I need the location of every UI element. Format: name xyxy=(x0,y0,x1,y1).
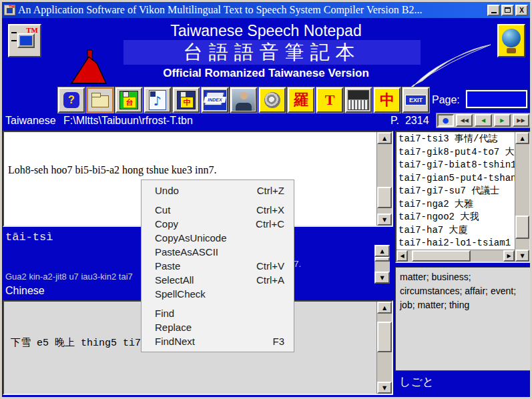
list-item[interactable]: tai7-tsi3 事情/代誌 xyxy=(398,133,513,146)
close-button[interactable]: X xyxy=(515,5,528,16)
menu-item-select-all[interactable]: SelectAllCtrl+A xyxy=(142,273,294,287)
music-note-icon: ♪ xyxy=(149,90,166,110)
scroll-down-icon[interactable]: ▼ xyxy=(515,250,529,262)
menu-item-spellcheck[interactable]: SpellCheck xyxy=(142,287,294,301)
play-music-button[interactable]: ♪ xyxy=(144,87,171,113)
index-icon: INDEX xyxy=(204,90,226,110)
help-icon: ? xyxy=(63,92,79,108)
scroll-thumb[interactable] xyxy=(377,187,392,208)
globe-button[interactable] xyxy=(497,24,525,57)
menu-item-copy[interactable]: CopyCtrl+C xyxy=(142,217,294,231)
speaker-photo-button[interactable] xyxy=(230,87,257,113)
scroll-right-icon[interactable]: ▶ xyxy=(503,250,515,262)
keyboard-button[interactable] xyxy=(345,87,372,113)
text-icon: T xyxy=(325,91,335,109)
app-title-chinese: 台語語音筆記本 xyxy=(123,40,421,65)
list-item[interactable]: tai7-gian5-put4-tshan5 xyxy=(398,172,513,185)
list-item[interactable]: tai7-gik8-put4-to7 大逆 xyxy=(398,146,513,159)
client-area: TM An Application Software of Vikon Mult… xyxy=(2,2,530,397)
open-file-button[interactable] xyxy=(87,87,113,113)
chinese-mode-button[interactable]: 中 xyxy=(374,87,401,113)
application-window: TM An Application Software of Vikon Mult… xyxy=(0,0,532,399)
next-page-button[interactable]: ▶ xyxy=(494,114,511,127)
list-item[interactable]: tai7-gi7-biat8-tshin1 xyxy=(398,159,513,172)
globe-icon xyxy=(502,29,521,47)
maximize-icon xyxy=(505,7,511,13)
menu-item-paste[interactable]: PasteCtrl+V xyxy=(142,259,294,273)
scroll-left-icon[interactable]: ◀ xyxy=(396,250,408,262)
red-house-icon xyxy=(67,49,117,86)
app-icon[interactable]: TM xyxy=(4,5,15,15)
menu-item-undo[interactable]: UndoCtrl+Z xyxy=(142,183,294,197)
definition-panel: matter; business; circumstances; affair;… xyxy=(395,267,530,371)
page-nav-panel: ● ◀◀ ◀ ▶ ▶▶ xyxy=(436,113,530,128)
exit-icon: EXIT xyxy=(405,95,427,105)
list-item[interactable]: tai7-gi7-su7 代議士 xyxy=(398,185,513,198)
minimize-button[interactable] xyxy=(487,5,500,16)
menu-item-copy-as-unicode[interactable]: CopyAsUnicode xyxy=(142,231,294,245)
save-chinese-button[interactable]: 中 xyxy=(173,87,200,113)
minimize-icon xyxy=(491,12,497,13)
romanized-button[interactable]: 羅 xyxy=(288,87,314,113)
page-label: Page: xyxy=(432,94,460,106)
first-page-button[interactable]: ◀◀ xyxy=(456,114,473,127)
window-title: An Application Software of Vikon Multili… xyxy=(18,4,486,16)
lookup-headword: tāi-tsì xyxy=(5,231,53,244)
editor-scrollbar[interactable]: ▲ ▼ xyxy=(376,132,392,226)
keyboard-icon xyxy=(348,90,369,110)
chinese-scrollbar[interactable]: ▲ ▼ xyxy=(376,302,392,394)
scroll-down-icon[interactable]: ▼ xyxy=(374,272,390,284)
menu-item-paste-as-ascii[interactable]: PasteAsASCII xyxy=(142,245,294,259)
person-portrait-icon xyxy=(232,89,255,111)
scroll-up-icon[interactable]: ▲ xyxy=(377,302,392,314)
scroll-up-icon[interactable]: ▲ xyxy=(377,132,392,144)
page-indicator: P. 2314 xyxy=(390,115,429,127)
menu-item-cut[interactable]: CutCtrl+X xyxy=(142,203,294,217)
app-title: Taiwanese Speech Notepad xyxy=(2,22,530,40)
menu-separator xyxy=(142,301,294,306)
scroll-up-icon[interactable]: ▲ xyxy=(374,245,390,257)
exit-button[interactable]: EXIT xyxy=(403,87,429,113)
prev-page-button[interactable]: ◀ xyxy=(475,114,491,127)
list-item[interactable]: tai7-ngoo2 大我 xyxy=(398,211,513,224)
save-taiwanese-button[interactable]: 台 xyxy=(115,87,142,113)
index-button[interactable]: INDEX xyxy=(202,87,228,113)
menu-item-find-next[interactable]: FindNextF3 xyxy=(142,334,294,348)
language-label: Taiwanese xyxy=(5,115,56,127)
menu-separator xyxy=(142,197,294,203)
help-button[interactable]: ? xyxy=(58,87,85,113)
page-input[interactable] xyxy=(466,90,527,108)
text-line: Loh8-seh hoo7 bi5-bi5-a2 hong tshue kue3… xyxy=(8,163,372,177)
titlebar[interactable]: TM An Application Software of Vikon Mult… xyxy=(2,2,530,18)
close-icon: X xyxy=(519,7,524,14)
chinese-label: Chinese xyxy=(5,285,45,297)
file-path: F:\Mltts\Taibuun\rfrost-T.tbn xyxy=(63,115,193,127)
romanized-icon: 羅 xyxy=(294,90,308,110)
scroll-thumb[interactable] xyxy=(377,322,392,352)
japanese-gloss: しごと xyxy=(399,374,434,390)
lookup-scrollbar[interactable]: ▲ ▼ xyxy=(374,245,390,284)
maximize-button[interactable] xyxy=(501,5,514,16)
scroll-down-icon[interactable]: ▼ xyxy=(377,382,392,394)
chinese-floppy-icon: 中 xyxy=(177,91,196,109)
speaker-icon xyxy=(264,92,280,108)
scroll-thumb[interactable] xyxy=(412,250,471,262)
list-item[interactable]: tai7-nga2 大雅 xyxy=(398,198,513,212)
dictionary-word-list[interactable]: tai7-tsi3 事情/代誌 tai7-gik8-put4-to7 大逆 ta… xyxy=(395,131,530,263)
list-item[interactable]: tai7-hai2-lo1-tsiam1 - xyxy=(398,237,513,250)
list-item[interactable]: tai7-ha7 大廈 xyxy=(398,224,513,238)
speak-button[interactable] xyxy=(259,87,286,113)
word-list-vscrollbar[interactable]: ▲ ▼ xyxy=(515,132,529,262)
scroll-up-icon[interactable]: ▲ xyxy=(515,132,529,144)
context-menu: UndoCtrl+Z CutCtrl+X CopyCtrl+C CopyAsUn… xyxy=(141,179,294,352)
menu-item-replace[interactable]: Replace xyxy=(142,320,294,334)
text-mode-button[interactable]: T xyxy=(316,87,343,113)
menu-item-find[interactable]: Find xyxy=(142,306,294,320)
scroll-down-icon[interactable]: ▼ xyxy=(377,214,392,226)
scroll-thumb[interactable] xyxy=(515,216,529,239)
last-page-button[interactable]: ▶▶ xyxy=(513,114,529,127)
record-button[interactable]: ● xyxy=(437,114,454,127)
word-list-hscrollbar[interactable]: ◀ ▶ xyxy=(396,250,515,262)
feather-icon xyxy=(409,41,496,89)
scroll-thumb[interactable] xyxy=(374,257,390,262)
